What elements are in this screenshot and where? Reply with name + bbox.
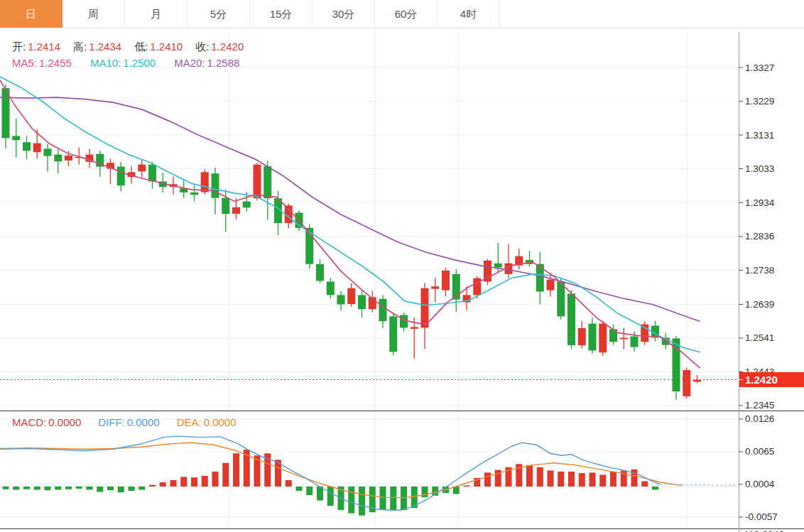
macd-histogram-bar <box>149 485 156 487</box>
ma5-readout: MA5:1.2455 <box>12 57 72 69</box>
macd-histogram-bar <box>65 487 72 489</box>
tab-day[interactable]: 日 <box>0 0 63 28</box>
candle-body <box>620 337 628 339</box>
macd-histogram-bar <box>3 487 9 489</box>
candle-body <box>33 143 41 153</box>
macd-histogram-bar <box>138 487 145 490</box>
macd-histogram-bar <box>327 487 334 506</box>
candle-body <box>631 337 639 347</box>
macd-histogram-bar <box>286 480 292 487</box>
tab-15min[interactable]: 15分 <box>250 0 313 28</box>
price-axis-label: 1.2836 <box>745 231 774 241</box>
tab-month[interactable]: 月 <box>125 0 188 28</box>
current-price-tag-text: 1.2420 <box>745 374 778 386</box>
ohlc-legend: 开:1.2414 高:1.2434 低:1.2410 收:1.2420 <box>12 40 244 54</box>
candle-body <box>117 167 125 186</box>
macd-histogram-bar <box>464 485 470 487</box>
macd-histogram-bar <box>348 487 354 514</box>
macd-histogram-bar <box>631 469 638 487</box>
macd-histogram-bar <box>590 472 596 487</box>
macd-histogram-bar <box>359 487 365 516</box>
tab-60min[interactable]: 60分 <box>375 0 438 28</box>
candle-body <box>65 156 72 161</box>
macd-histogram-bar <box>537 467 543 487</box>
candle-body <box>578 328 586 345</box>
candle-body <box>327 281 335 295</box>
candle-body <box>212 173 219 197</box>
candle-body <box>683 370 690 396</box>
macd-histogram-bar <box>579 473 585 487</box>
price-axis-label: 1.2345 <box>745 400 774 411</box>
candle-body <box>222 198 229 214</box>
tab-week[interactable]: 周 <box>63 0 125 28</box>
candle-body <box>347 288 355 304</box>
price-axis-label: 1.2541 <box>745 332 774 343</box>
low-readout: 低:1.2410 <box>134 40 183 54</box>
ma-legend: MA5:1.2455 MA10:1.2500 MA20:1.2588 <box>12 57 239 69</box>
macd-histogram-bar <box>202 476 208 487</box>
macd-histogram-bar <box>13 487 19 490</box>
candle-body <box>44 148 52 156</box>
macd-legend: MACD:0.0000 DIFF:0.0000 DEA:0.0000 <box>12 416 237 428</box>
macd-histogram-bar <box>170 480 177 487</box>
macd-histogram-bar <box>652 487 658 490</box>
trading-chart-app: 1.33271.32291.31311.30331.29341.28361.27… <box>0 0 804 532</box>
macd-histogram-bar <box>599 474 606 487</box>
candle-body <box>148 165 156 182</box>
candle-body <box>379 299 387 322</box>
macd-histogram-bar <box>180 477 187 487</box>
macd-histogram-bar <box>306 487 313 495</box>
macd-histogram-bar <box>118 487 124 492</box>
candle-body <box>693 380 701 382</box>
candle-body <box>389 316 397 352</box>
price-axis-label: 1.3327 <box>745 63 774 73</box>
tab-30min[interactable]: 30分 <box>313 0 375 28</box>
price-axis-label: 1.3229 <box>745 96 774 107</box>
macd-histogram-bar <box>87 487 93 490</box>
price-chart-svg[interactable]: 1.33271.32291.31311.30331.29341.28361.27… <box>0 0 804 532</box>
macd-histogram-bar <box>191 477 197 487</box>
candle-body <box>337 295 345 304</box>
macd-histogram-bar <box>97 487 103 492</box>
macd-histogram-bar <box>55 487 61 490</box>
candle-body <box>54 155 62 162</box>
candle-body <box>23 142 31 151</box>
macd-histogram-bar <box>558 472 564 487</box>
candle-body <box>589 324 597 351</box>
macd-axis-label: -0.0057 <box>745 511 778 522</box>
candle-body <box>358 295 366 309</box>
macd-axis-label: 0.0004 <box>745 479 775 489</box>
candle-body <box>421 288 429 328</box>
price-axis-label: 1.2639 <box>745 299 774 310</box>
macd-histogram-bar <box>317 487 323 501</box>
candle-body <box>190 192 198 195</box>
candle-body <box>442 271 450 291</box>
candle-body <box>201 172 209 192</box>
macd-histogram-bar <box>233 453 239 487</box>
candle-body <box>557 281 565 316</box>
diff-readout: DIFF:0.0000 <box>98 416 159 428</box>
macd-histogram-bar <box>45 487 51 490</box>
price-axis-label: 1.2934 <box>745 197 775 208</box>
open-readout: 开:1.2414 <box>12 40 60 54</box>
candle-body <box>243 202 251 208</box>
macd-histogram-bar <box>107 487 114 490</box>
price-axis-label: 1.2738 <box>745 265 774 276</box>
price-axis-label: 1.3131 <box>745 130 774 141</box>
macd-histogram-bar <box>160 482 166 487</box>
macd-histogram-bar <box>610 472 616 487</box>
candle-body <box>411 327 418 328</box>
macd-histogram-bar <box>296 487 303 491</box>
candle-body <box>431 286 439 288</box>
clipped-bottom-axis-label: 118.2346 <box>744 529 785 532</box>
macd-histogram-bar <box>641 481 648 487</box>
candle-body <box>12 136 20 140</box>
tab-5min[interactable]: 5分 <box>188 0 250 28</box>
macd-histogram-bar <box>222 463 229 487</box>
price-axis-label: 1.3033 <box>745 163 774 174</box>
dea-readout: DEA:0.0000 <box>177 416 237 428</box>
tab-4hour[interactable]: 4时 <box>438 0 500 28</box>
chart-plot-area[interactable] <box>0 29 739 532</box>
macd-histogram-bar <box>380 487 386 510</box>
macd-histogram-bar <box>76 487 82 489</box>
